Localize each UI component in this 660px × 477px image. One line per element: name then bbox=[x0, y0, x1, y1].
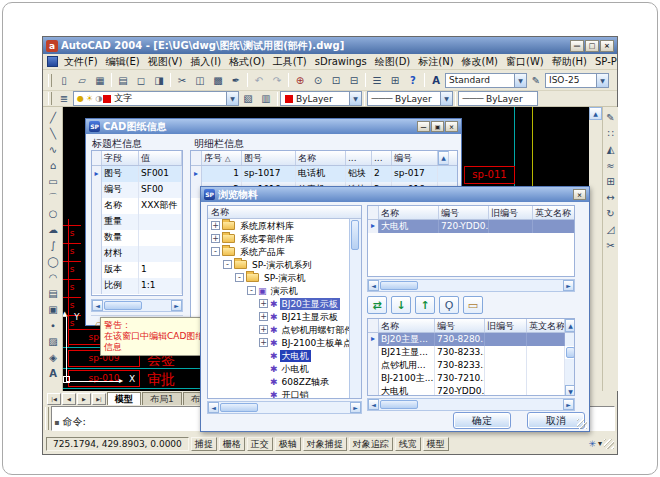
table-row[interactable]: 大电机 720-YDD0... ▼ bbox=[368, 385, 574, 396]
table-row[interactable]: 名称 XXX部件 bbox=[92, 198, 182, 214]
layer-manager-icon[interactable]: ≣ bbox=[55, 91, 73, 107]
rectangle-icon[interactable]: ▭ bbox=[45, 174, 61, 189]
collapse-icon[interactable]: - bbox=[211, 247, 220, 256]
tab-layout1[interactable]: 布局1 bbox=[142, 392, 182, 405]
document-icon[interactable] bbox=[47, 56, 58, 67]
dialog-close-button[interactable]: × bbox=[445, 121, 458, 132]
redo-icon[interactable]: ↷ bbox=[268, 72, 286, 88]
ortho-button[interactable]: 正交 bbox=[247, 437, 273, 451]
table-row[interactable]: ▸ BJ20主显... 730-8280... bbox=[368, 333, 574, 346]
copy-object-icon[interactable]: ∷ bbox=[603, 126, 619, 141]
layer-on-icon[interactable]: ● bbox=[77, 94, 84, 103]
table-row[interactable]: 重量 bbox=[92, 214, 182, 230]
plot-icon[interactable]: ▤ bbox=[114, 72, 132, 88]
chevron-down-icon[interactable]: ▼ bbox=[226, 92, 238, 105]
expand-icon[interactable]: + bbox=[211, 221, 220, 230]
publish-icon[interactable]: ◨ bbox=[150, 72, 168, 88]
otrack-button[interactable]: 对象追踪 bbox=[349, 437, 393, 451]
cut-icon[interactable]: ✂ bbox=[173, 72, 191, 88]
table-row[interactable]: ▸ 图号 SF001 bbox=[92, 166, 182, 182]
toolbar-grip[interactable] bbox=[48, 74, 52, 87]
expand-icon[interactable]: + bbox=[259, 299, 268, 308]
transfer-icon[interactable]: ⇄ bbox=[367, 296, 387, 314]
offset-icon[interactable]: ≈ bbox=[603, 158, 619, 173]
browse-title-bar[interactable]: SP 浏览物料 × bbox=[201, 187, 589, 202]
arc-icon[interactable]: ⌒ bbox=[45, 190, 61, 205]
construction-line-icon[interactable]: ╲ bbox=[45, 126, 61, 141]
model-button[interactable]: 模型 bbox=[423, 437, 449, 451]
title-bar[interactable]: a AutoCAD 2004 - [E:\UG\dwg\图纸\测试用图(部件).… bbox=[43, 37, 617, 54]
scroll-left-icon[interactable]: ◄ bbox=[92, 300, 103, 311]
make-layer-current-icon[interactable]: ▧ bbox=[239, 91, 257, 107]
canvas-scroll-up-icon[interactable]: ▲ bbox=[589, 107, 602, 120]
upload-icon[interactable]: ↑ bbox=[415, 296, 435, 314]
polygon-icon[interactable]: ⌂ bbox=[45, 158, 61, 173]
tab-model[interactable]: 模型 bbox=[107, 392, 141, 405]
circle-icon[interactable]: ○ bbox=[45, 206, 61, 221]
table-row[interactable]: 点钞机用... 730-8233... bbox=[368, 359, 574, 372]
match-properties-icon[interactable]: ✒ bbox=[227, 72, 245, 88]
titleblock-hscrollbar[interactable]: ◄ ► bbox=[91, 299, 183, 312]
chevron-down-icon[interactable]: ▼ bbox=[349, 92, 361, 105]
scroll-left-icon[interactable]: ◄ bbox=[208, 402, 219, 413]
scroll-right-icon[interactable]: ► bbox=[171, 300, 182, 311]
erase-icon[interactable]: ✎ bbox=[603, 110, 619, 125]
tree-item-raw-materials[interactable]: + 系统原材料库 bbox=[208, 219, 361, 232]
tree-item-sp-series[interactable]: - SP-演示机系列 bbox=[208, 258, 361, 271]
ok-button[interactable]: 确定 bbox=[453, 412, 511, 429]
zoom-window-icon[interactable]: ⊡ bbox=[327, 72, 345, 88]
snap-button[interactable]: 捕捉 bbox=[191, 437, 217, 451]
scroll-thumb[interactable] bbox=[380, 400, 418, 409]
tree-vscrollbar[interactable] bbox=[349, 219, 361, 398]
zoom-realtime-icon[interactable]: ⊙ bbox=[309, 72, 327, 88]
next-tab-icon[interactable]: ▶ bbox=[77, 393, 91, 405]
text-style-combo[interactable]: Standard ▼ bbox=[445, 73, 527, 88]
table-row[interactable]: 版本 1 bbox=[92, 262, 182, 278]
polyline-icon[interactable]: ∿ bbox=[45, 142, 61, 157]
tree-item-parts-lib[interactable]: + 系统零部件库 bbox=[208, 232, 361, 245]
linetype-combo[interactable]: ——— ByLayer ▼ bbox=[367, 91, 453, 106]
chevron-down-icon[interactable]: ▼ bbox=[514, 74, 526, 87]
collapse-icon[interactable]: - bbox=[223, 260, 232, 269]
make-block-icon[interactable]: ▣ bbox=[45, 302, 61, 317]
last-tab-icon[interactable]: ▶| bbox=[92, 393, 106, 405]
spline-icon[interactable]: ∫ bbox=[45, 238, 61, 253]
ellipse-arc-icon[interactable]: ◠ bbox=[45, 270, 61, 285]
point-icon[interactable]: ∙ bbox=[45, 318, 61, 333]
copy-icon[interactable]: ◫ bbox=[191, 72, 209, 88]
scroll-thumb[interactable] bbox=[351, 220, 359, 250]
menu-file[interactable]: 文件(F) bbox=[60, 54, 102, 69]
insert-block-icon[interactable]: ▤ bbox=[45, 286, 61, 301]
minimize-button[interactable]: — bbox=[570, 40, 584, 52]
maximize-button[interactable]: □ bbox=[585, 40, 599, 52]
menu-window[interactable]: 窗口(W) bbox=[502, 54, 548, 69]
menu-sp-pdm[interactable]: SP-PDM插件(P) bbox=[591, 54, 617, 69]
menu-sdrawings[interactable]: sDrawings bbox=[311, 54, 371, 69]
menu-format[interactable]: 格式(O) bbox=[225, 54, 269, 69]
revision-cloud-icon[interactable]: ☁ bbox=[45, 222, 61, 237]
bottom-table-hscrollbar[interactable]: ◄ ► bbox=[367, 398, 575, 411]
table-row[interactable]: ▸ 1 sp-1017 电话机 铝块 2 sp-017 bbox=[191, 166, 457, 182]
layer-combo[interactable]: ● ☀ ◑ 文字 ▼ bbox=[73, 91, 239, 106]
lineweight-combo[interactable]: ——— ByLayer bbox=[458, 91, 538, 106]
table-row[interactable]: ▸ 大电机 720-YDD0... bbox=[368, 220, 574, 233]
vscroll-track[interactable] bbox=[565, 333, 575, 346]
menu-edit[interactable]: 编辑(E) bbox=[102, 54, 144, 69]
collapse-icon[interactable]: - bbox=[247, 286, 256, 295]
scroll-right-icon[interactable]: ► bbox=[563, 280, 574, 291]
vscroll-track[interactable] bbox=[565, 372, 575, 385]
scroll-thumb[interactable] bbox=[380, 281, 418, 290]
tree-item-bj20[interactable]: + ✱ BJ20主显示板 bbox=[208, 297, 361, 310]
scroll-right-icon[interactable]: ► bbox=[563, 399, 574, 410]
close-button[interactable]: × bbox=[600, 40, 614, 52]
tree-item-sp-demo[interactable]: - SP-演示机 bbox=[208, 271, 361, 284]
resize-grip[interactable] bbox=[604, 439, 614, 449]
lineweight-button[interactable]: 线宽 bbox=[395, 437, 421, 451]
expand-icon[interactable]: + bbox=[259, 325, 268, 334]
sort-asc-icon[interactable]: △ bbox=[225, 155, 230, 163]
tree-item-bearing[interactable]: ✱ 608ZZ轴承 bbox=[208, 375, 361, 388]
download-icon[interactable]: ↓ bbox=[391, 296, 411, 314]
tree-item-screw-part[interactable]: + ✱ 点钞机用螺钉部件 bbox=[208, 323, 361, 336]
table-row[interactable]: 编号 SF00 bbox=[92, 182, 182, 198]
tree-item-small-motor[interactable]: ✱ 小电机 bbox=[208, 362, 361, 375]
